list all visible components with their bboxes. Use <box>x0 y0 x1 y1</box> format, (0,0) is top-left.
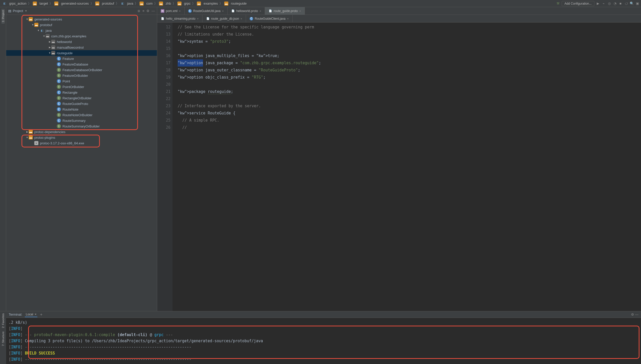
tree-item[interactable]: CPoint <box>6 78 157 84</box>
cls-c-icon: C <box>57 79 61 83</box>
terminal-tab-local[interactable]: Local× <box>25 312 38 317</box>
cls-c-icon: C <box>57 107 61 111</box>
chevron-down-icon[interactable]: ▼ <box>25 9 27 12</box>
cls-i-icon: I <box>57 73 61 78</box>
class-icon: C <box>188 9 192 13</box>
settings-icon[interactable]: ▣ <box>635 2 639 6</box>
stop-icon[interactable]: ■ <box>618 2 623 6</box>
project-panel: ▤ Project ▼ ⊕ ≡ ⚙ — ▬target▼▬generated-s… <box>6 7 157 311</box>
breadcrumb-item[interactable]: ▬com <box>138 1 154 6</box>
editor-tab[interactable]: CRouteGuideUtil.java× <box>185 7 228 15</box>
hammer-icon[interactable]: ⚒ <box>556 2 560 6</box>
folder-icon: ▬ <box>177 2 181 6</box>
debug-icon[interactable]: ⌁ <box>602 2 606 6</box>
tree-item[interactable]: IRouteNoteOrBuilder <box>6 112 157 118</box>
cls-c-icon: C <box>57 90 61 94</box>
expand-icon[interactable]: ≡ <box>142 9 144 13</box>
tree-item[interactable]: ▼▬com.zhb.grpc.examples <box>6 33 157 39</box>
terminal-title: Terminal: <box>9 313 22 316</box>
breadcrumb-item[interactable]: ▬generated-sources <box>53 1 90 6</box>
line-gutter: 121314151617181920212223242526 <box>157 23 173 311</box>
coverage-icon[interactable]: ◎ <box>607 2 611 6</box>
cls-i-icon: I <box>57 85 61 89</box>
file-icon: 📄 <box>269 9 272 13</box>
cls-c-icon: C <box>57 62 61 66</box>
code-editor[interactable]: // See the License for the specific lang… <box>173 23 641 311</box>
tree-item[interactable]: IFeatureOrBuilder <box>6 73 157 78</box>
tree-item[interactable]: ▶▬protoc-dependencies <box>6 129 157 135</box>
tree-item[interactable]: IRouteSummaryOrBuilder <box>6 123 157 129</box>
breadcrumb-item[interactable]: ▬routeguide <box>223 1 248 6</box>
tree-item[interactable]: IPointOrBuilder <box>6 84 157 90</box>
editor-tabs-row-2: 📄hello_streaming.proto×📄route_guide_db.j… <box>157 15 641 23</box>
tree-item[interactable]: CFeature <box>6 56 157 61</box>
search-icon[interactable]: 🔍 <box>630 2 634 6</box>
pkg-icon: ▬ <box>51 45 55 49</box>
folder-icon: ▬ <box>29 17 33 21</box>
editor-tab[interactable]: 📄route_guide.proto× <box>265 7 305 15</box>
tree-item[interactable]: ▶▬manualflowcontrol <box>6 45 157 50</box>
tree-item[interactable]: ▼▬protobuf <box>6 22 157 28</box>
close-icon[interactable]: × <box>287 17 289 20</box>
project-tool-tab[interactable]: 1: Project <box>2 9 5 24</box>
breadcrumb-item[interactable]: ◧grpc_action <box>2 1 27 6</box>
structure-tool-tab[interactable]: 7: Structure <box>2 330 5 347</box>
close-icon[interactable]: × <box>241 17 242 20</box>
breadcrumb-item[interactable]: ▬target <box>32 1 49 6</box>
tree-item[interactable]: IFeatureDatabaseOrBuilder <box>6 67 157 73</box>
close-icon[interactable]: × <box>197 17 198 20</box>
tree-item[interactable]: ▼▬protoc-plugins <box>6 135 157 140</box>
terminal-output[interactable]: .2 kB/s)[INFO][INFO] --- protobuf-maven-… <box>6 318 641 364</box>
tree-item[interactable]: CRouteGuideProto <box>6 101 157 106</box>
editor-tab[interactable]: 📄hello_streaming.proto× <box>157 15 202 22</box>
editor-tab[interactable]: mpom.xml× <box>157 7 185 15</box>
folder-icon: ◧ <box>121 2 125 6</box>
editor-tab[interactable]: 📄helloworld.proto× <box>228 7 265 15</box>
file-icon: 📄 <box>206 17 210 20</box>
breadcrumb-item[interactable]: ▬protobuf <box>94 1 115 6</box>
editor-tab[interactable]: 📄route_guide_db.json× <box>202 15 246 22</box>
project-panel-title: Project <box>13 9 23 13</box>
editor-area: mpom.xml×CRouteGuideUtil.java×📄helloworl… <box>157 7 641 311</box>
tree-item[interactable]: CRouteNote <box>6 106 157 112</box>
add-configuration-button[interactable]: Add Configuration... <box>562 1 594 6</box>
run-icon[interactable]: ▶ <box>596 2 600 6</box>
favorites-tool-tab[interactable]: 2: Favorites <box>2 312 5 329</box>
project-tree[interactable]: ▬target▼▬generated-sources▼▬protobuf▼◧ja… <box>6 15 157 311</box>
vcs-icon[interactable]: ⭯ <box>624 2 628 6</box>
tree-item[interactable]: ▼▬generated-sources <box>6 16 157 22</box>
collapse-icon[interactable]: — <box>152 9 155 13</box>
tree-item[interactable]: IRectangleOrBuilder <box>6 95 157 101</box>
editor-tab[interactable]: CRouteGuideClient.java× <box>246 15 293 22</box>
close-icon[interactable]: × <box>299 9 301 13</box>
tree-item[interactable]: CFeatureDatabase <box>6 61 157 67</box>
folder-icon: ▬ <box>33 2 37 6</box>
breadcrumb-item[interactable]: ▬examples <box>196 1 219 6</box>
pkg-icon: ▬ <box>46 34 50 38</box>
tree-item[interactable]: ▪protoc-3.17.2-osx-x86_64.exe <box>6 140 157 146</box>
breadcrumb-item[interactable]: ▬zhb <box>158 1 172 6</box>
close-icon[interactable]: × <box>35 313 36 316</box>
breadcrumb-item[interactable]: ▬grpc <box>176 1 191 6</box>
close-icon[interactable]: × <box>260 9 261 13</box>
cls-i-icon: I <box>57 96 61 100</box>
terminal-settings-icon[interactable]: ⚙ — <box>631 313 638 316</box>
file-icon: 📄 <box>231 9 235 13</box>
tree-item[interactable]: ▶▬helloworld <box>6 39 157 45</box>
close-icon[interactable]: × <box>222 9 224 13</box>
tree-item[interactable]: CRectangle <box>6 90 157 95</box>
locate-icon[interactable]: ⊕ <box>137 9 140 13</box>
close-icon[interactable]: × <box>179 9 180 13</box>
profile-icon[interactable]: ◔ <box>613 2 617 6</box>
folder-icon: ▬ <box>224 2 228 6</box>
breadcrumb-item[interactable]: ◧java <box>120 1 134 6</box>
tree-item[interactable]: CRouteSummary <box>6 118 157 123</box>
tree-item[interactable]: ▼▬routeguide <box>6 50 157 56</box>
folder-icon: ▬ <box>29 130 33 134</box>
mod-icon: ◧ <box>40 28 44 33</box>
folder-icon: ▬ <box>54 2 58 6</box>
gear-icon[interactable]: ⚙ <box>146 9 149 13</box>
editor-tabs-row-1: mpom.xml×CRouteGuideUtil.java×📄helloworl… <box>157 7 641 15</box>
tree-item[interactable]: ▼◧java <box>6 28 157 33</box>
terminal-add-tab[interactable]: + <box>40 312 42 317</box>
